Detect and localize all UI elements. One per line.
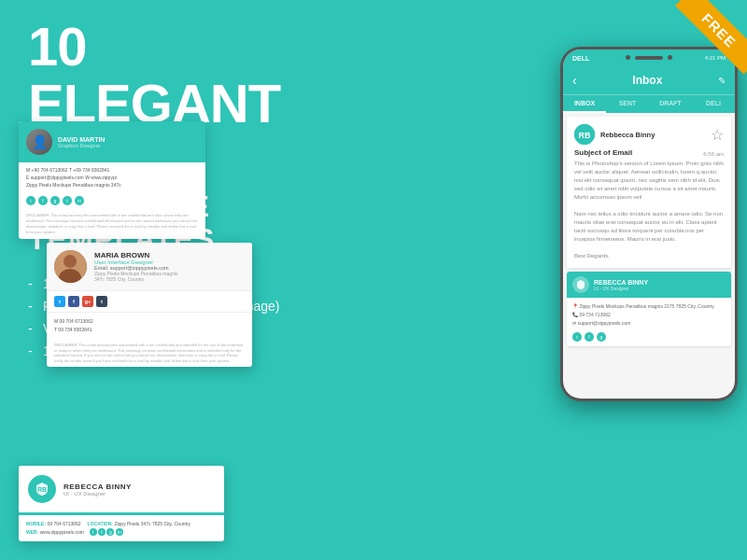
tab-inbox[interactable]: INBOX bbox=[563, 95, 606, 113]
card3-contact: MOBILE: 09 704 6713062 LOCATION: Zippy P… bbox=[19, 515, 224, 541]
email-card-rebecca: RB REBECCA BINNY UI - UX Designer MOBILE… bbox=[19, 466, 224, 541]
twitter-phone-icon: t bbox=[572, 332, 582, 342]
phone-sig-name: REBECCA BINNY bbox=[594, 279, 648, 286]
card1-role: Graphics Designer bbox=[58, 143, 105, 148]
email-card-david: 👤 DAVID MARTIN Graphics Designer M +90 7… bbox=[19, 121, 205, 239]
star-icon[interactable]: ☆ bbox=[711, 126, 724, 144]
card3-name: REBECCA BINNY bbox=[63, 483, 132, 491]
phone-screen: DELL 4:21 PM ‹ Inbox ✎ INBOX SENT DRAFT … bbox=[563, 49, 735, 399]
phone-location-line: 📍 Zippy Pixels Mockups Penatibus magnis … bbox=[572, 302, 726, 311]
card3-social-inline: t f g in bbox=[90, 529, 123, 535]
card2-phone: M 09 704 6713062 bbox=[54, 317, 245, 326]
card3-header: RB REBECCA BINNY UI - UX Designer bbox=[19, 466, 224, 515]
location-label: LOCATION: bbox=[88, 521, 113, 526]
phone-icon: 📞 bbox=[572, 312, 578, 317]
email-preview-header: RB Rebbecca Binny ☆ bbox=[574, 124, 724, 145]
email-icon: ✉ bbox=[572, 320, 576, 326]
facebook-phone-icon: f bbox=[585, 332, 594, 342]
facebook-icon: f bbox=[38, 196, 48, 205]
google-phone-icon: g bbox=[597, 332, 606, 342]
camera-dot bbox=[626, 55, 630, 60]
card3-role: UI - UX Designer bbox=[63, 491, 132, 497]
google-plus-icon: g+ bbox=[82, 296, 93, 307]
inbox-tabs: INBOX SENT DRAFT DELI bbox=[563, 94, 735, 113]
card2-address: 347c 7825 City, Country bbox=[94, 276, 178, 282]
carrier-label: DELL bbox=[572, 55, 589, 62]
phone-signature: REBECCA BINNY UI - UX Designer 📍 Zippy P… bbox=[567, 272, 731, 346]
speaker-bar bbox=[635, 56, 663, 60]
tab-sent[interactable]: SENT bbox=[606, 95, 649, 113]
card2-info: MARIA BROWN User Interface Designer Emai… bbox=[94, 251, 178, 282]
back-button[interactable]: ‹ bbox=[572, 73, 577, 88]
card2-contact: M 09 704 6713062 T 09 734 8302641 bbox=[47, 313, 252, 339]
card1-social: t f g t in bbox=[19, 192, 205, 209]
card2-social: t f g+ t bbox=[47, 291, 252, 313]
main-title: 10 ELEGANT bbox=[28, 19, 327, 133]
web-value: www.zippypixels.com bbox=[40, 529, 84, 535]
card1-contact: M +90 704 6713062 T +09 734 8302841 E su… bbox=[19, 162, 205, 192]
mobile-value: 09 704 6713062 bbox=[48, 521, 81, 526]
location-pin-icon: 📍 bbox=[572, 303, 578, 309]
linkedin-icon: in bbox=[75, 196, 84, 205]
sender-name: Rebbecca Binny bbox=[600, 131, 705, 139]
card2-header: MARIA BROWN User Interface Designer Emai… bbox=[47, 243, 252, 291]
tab-draft[interactable]: DRAFT bbox=[649, 95, 692, 113]
tumblr-icon: t bbox=[96, 296, 107, 307]
card1-email: E support@zippypixels.com W www.zippypi bbox=[26, 174, 198, 181]
free-label: FREE bbox=[675, 0, 747, 75]
web-label: WEB: bbox=[26, 529, 38, 535]
card1-header: 👤 DAVID MARTIN Graphics Designer bbox=[19, 121, 205, 162]
email-subject: Subject of Email bbox=[574, 148, 632, 157]
card1-phone: M +90 704 6713062 T +09 734 8302841 bbox=[26, 166, 198, 174]
location-value: Zippy Pixels 347c 7825 City, Country bbox=[114, 521, 190, 526]
tumblr-icon: t bbox=[63, 196, 72, 205]
shield-icon: RB bbox=[28, 475, 56, 503]
google-icon: g bbox=[50, 196, 60, 205]
card2-disclaimer: DISCLAIMER: This email and any files tra… bbox=[47, 339, 252, 367]
phone-sig-info: REBECCA BINNY UI - UX Designer bbox=[594, 279, 648, 291]
twitter-icon: t bbox=[54, 296, 65, 307]
svg-point-1 bbox=[63, 255, 77, 268]
svg-text:RB: RB bbox=[37, 486, 47, 493]
facebook-icon: f bbox=[68, 296, 79, 307]
email-time: 6:56 am bbox=[703, 151, 724, 157]
email-preview[interactable]: RB Rebbecca Binny ☆ Subject of Email 6:5… bbox=[567, 117, 731, 268]
phone-mockup: DELL 4:21 PM ‹ Inbox ✎ INBOX SENT DRAFT … bbox=[560, 47, 738, 401]
card3-info: REBECCA BINNY UI - UX Designer bbox=[63, 483, 132, 497]
card1-name: DAVID MARTIN bbox=[58, 136, 105, 143]
free-banner: FREE bbox=[663, 0, 747, 84]
sender-avatar: RB bbox=[574, 124, 595, 145]
tab-delete[interactable]: DELI bbox=[692, 95, 735, 113]
email-body: This is Photoshop's version of Lorem Ips… bbox=[574, 160, 724, 260]
email-card-maria: MARIA BROWN User Interface Designer Emai… bbox=[47, 243, 252, 367]
twitter-icon: t bbox=[26, 196, 35, 205]
svg-text:RB: RB bbox=[579, 131, 591, 140]
card2-fax: T 09 734 8302641 bbox=[54, 326, 245, 334]
card1-info: DAVID MARTIN Graphics Designer bbox=[58, 136, 105, 148]
card1-avatar-img: 👤 bbox=[26, 129, 52, 155]
card1-disclaimer: DISCLAIMER: This email and any files tra… bbox=[19, 209, 205, 239]
card2-avatar bbox=[54, 250, 87, 283]
page-container: FREE 10 ELEGANT E-MAILSIGNATURETEMPLATES… bbox=[0, 0, 747, 560]
phone-phone-line: 📞 09 734 713062 bbox=[572, 311, 726, 319]
card1-avatar: 👤 bbox=[26, 129, 52, 155]
phone-sig-social: t f g bbox=[567, 332, 731, 346]
phone-sig-body: 📍 Zippy Pixels Mockups Penatibus magnis … bbox=[567, 298, 731, 332]
mobile-label: MOBILE: bbox=[26, 521, 46, 526]
phone-email-line: ✉ support@zippypixels.com bbox=[572, 319, 726, 328]
phone-sig-header: REBECCA BINNY UI - UX Designer bbox=[567, 272, 731, 298]
card1-company: Zippy Pixels Mockups Penatibus magnis 34… bbox=[26, 181, 198, 189]
phone-shield-icon bbox=[572, 276, 589, 293]
phone-sig-role: UI - UX Designer bbox=[594, 286, 648, 291]
card2-name: MARIA BROWN bbox=[94, 251, 178, 259]
